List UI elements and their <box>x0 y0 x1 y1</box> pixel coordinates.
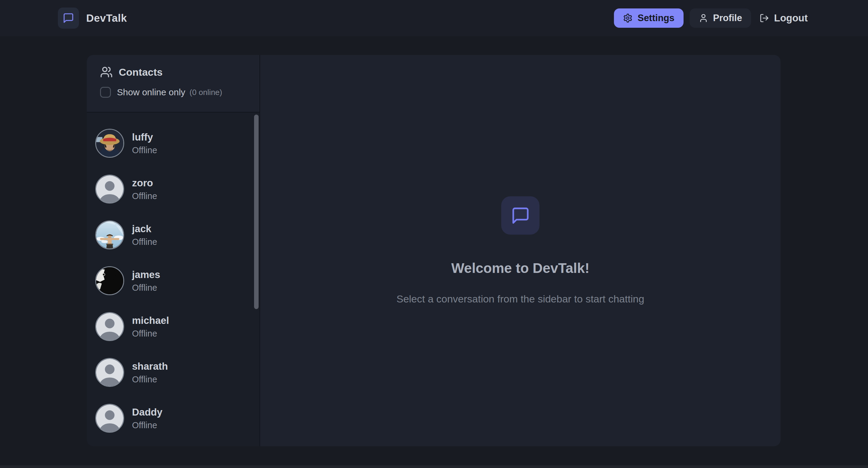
contact-list-scrollbar-thumb[interactable] <box>254 115 258 309</box>
contacts-sidebar: Contacts Show online only (0 online) <box>87 55 259 446</box>
message-square-icon <box>63 12 74 24</box>
contact-row[interactable]: sharath Offline <box>87 350 259 395</box>
default-avatar <box>95 312 124 341</box>
chat-card: Contacts Show online only (0 online) <box>87 55 781 446</box>
contact-row[interactable]: zoro Offline <box>87 166 259 212</box>
contact-row[interactable]: luffy Offline <box>87 120 259 166</box>
contact-status: Offline <box>132 283 160 293</box>
navbar: DevTalk Settings Profile Logout <box>0 0 868 36</box>
online-filter-row: Show online only (0 online) <box>100 87 259 98</box>
contact-text: michael Offline <box>132 315 169 339</box>
settings-button[interactable]: Settings <box>614 8 683 28</box>
contact-text: Daddy Offline <box>132 407 162 430</box>
welcome-title: Welcome to DevTalk! <box>451 260 589 276</box>
show-online-only-checkbox[interactable] <box>100 87 111 98</box>
contact-name: jack <box>132 223 157 235</box>
contact-text: luffy Offline <box>132 131 157 155</box>
contact-text: james Offline <box>132 269 160 293</box>
message-square-icon <box>511 206 530 225</box>
welcome-subtitle: Select a conversation from the sidebar t… <box>396 293 644 305</box>
profile-label: Profile <box>713 13 742 24</box>
contact-name: james <box>132 269 160 281</box>
log-out-icon <box>760 13 769 23</box>
users-icon <box>100 66 113 79</box>
contacts-title: Contacts <box>119 66 162 78</box>
contact-row[interactable]: michael Offline <box>87 304 259 350</box>
contact-name: Daddy <box>132 407 162 418</box>
contact-list: luffy Offline zoro Offline <box>87 113 259 446</box>
contact-name: zoro <box>132 177 157 189</box>
james-photo-avatar <box>95 266 124 295</box>
contact-status: Offline <box>132 329 169 339</box>
sidebar-header: Contacts Show online only (0 online) <box>87 55 259 113</box>
contact-status: Offline <box>132 191 157 201</box>
contact-row[interactable]: james Offline <box>87 258 259 304</box>
contact-text: zoro Offline <box>132 177 157 201</box>
online-count: (0 online) <box>190 88 222 97</box>
contact-name: luffy <box>132 131 157 143</box>
default-avatar <box>95 404 124 433</box>
contact-row[interactable]: jack Offline <box>87 212 259 258</box>
nav-actions: Settings Profile Logout <box>614 8 810 28</box>
contact-status: Offline <box>132 145 157 155</box>
main-panel: Welcome to DevTalk! Select a conversatio… <box>260 55 781 446</box>
default-avatar <box>95 175 124 204</box>
contact-status: Offline <box>132 237 157 247</box>
welcome-logo-tile <box>501 196 539 235</box>
brand-logo-tile <box>58 7 79 29</box>
brand-name: DevTalk <box>86 12 127 24</box>
logout-button[interactable]: Logout <box>757 8 810 28</box>
contact-name: michael <box>132 315 169 326</box>
luffy-photo-avatar <box>95 129 124 158</box>
contact-status: Offline <box>132 420 162 430</box>
bottom-strip <box>0 465 868 468</box>
profile-button[interactable]: Profile <box>689 8 751 28</box>
brand[interactable]: DevTalk <box>58 7 127 29</box>
default-avatar <box>95 358 124 387</box>
show-online-only-label: Show online only <box>117 87 185 97</box>
gear-icon <box>623 13 632 23</box>
jack-photo-avatar <box>95 221 124 250</box>
logout-label: Logout <box>774 12 808 24</box>
settings-label: Settings <box>638 13 674 24</box>
contact-text: sharath Offline <box>132 361 168 384</box>
contact-row[interactable]: Daddy Offline <box>87 395 259 441</box>
contact-status: Offline <box>132 375 168 384</box>
contact-text: jack Offline <box>132 223 157 247</box>
contact-name: sharath <box>132 361 168 372</box>
contacts-title-row: Contacts <box>100 66 259 79</box>
user-icon <box>699 13 708 23</box>
